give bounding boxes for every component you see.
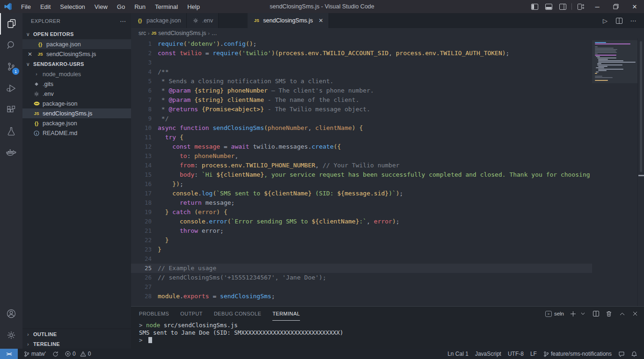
terminal[interactable]: > node src/sendClosingSms.jsSMS sent to … (131, 321, 644, 349)
menu-item-go[interactable]: Go (113, 2, 129, 12)
status-cursor-position[interactable]: Ln Cal 1 (444, 349, 472, 359)
status-sync[interactable] (49, 349, 62, 359)
toggle-secondary-sidebar-icon[interactable] (556, 0, 570, 13)
file-item-sendClosingSms-js[interactable]: ✕JSsendClosingSms.js (22, 49, 131, 59)
menu-item-edit[interactable]: Edit (36, 2, 55, 12)
line-number: 16 (131, 180, 152, 189)
line-number: 12 (131, 142, 152, 151)
minimap-line (595, 73, 597, 74)
terminal-icon: > (545, 311, 552, 317)
run-file-icon[interactable]: ▷ (599, 14, 611, 27)
run-debug-icon[interactable] (0, 78, 22, 99)
file-item-node-modules[interactable]: ›node_modules (22, 69, 131, 79)
branch-icon (24, 351, 29, 357)
section-header-sendsakro-usrs[interactable]: ∨SENDSAKRO-USRS (22, 59, 131, 69)
restore-button[interactable] (607, 0, 625, 13)
line-number: 28 (131, 292, 152, 301)
docker-icon[interactable] (0, 142, 22, 164)
panel-tab-output[interactable]: OUTPUT (180, 307, 203, 321)
minimize-button[interactable]: ─ (588, 0, 607, 13)
kill-terminal-icon[interactable] (605, 309, 613, 318)
chevron-down-icon: ∨ (24, 61, 32, 67)
section-label: SENDSAKRO-USRS (33, 61, 84, 67)
file-item-package-ison[interactable]: package-ison (22, 99, 131, 108)
menu-item-terminal[interactable]: Terminal (151, 2, 182, 12)
breadcrumb-item[interactable]: src (139, 30, 146, 36)
terminal-line: > node src/sendClosingSms.js (139, 322, 644, 329)
file-item--gits[interactable]: .gits (22, 79, 131, 89)
source-control-icon[interactable]: 1 (0, 56, 22, 78)
file-item--env[interactable]: .env (22, 89, 131, 99)
panel-tab-terminal[interactable]: TERMINAL (272, 307, 300, 321)
file-item-README-md[interactable]: README.md (22, 128, 131, 138)
status-feedback[interactable] (615, 349, 628, 359)
terminal-dropdown-icon[interactable] (578, 309, 587, 318)
code-text: } catch (error) { (152, 208, 227, 217)
search-icon[interactable] (0, 35, 22, 56)
minimap-line (595, 80, 608, 81)
breadcrumb-item[interactable]: sendClosingSms.js (158, 30, 206, 36)
file-item-sendClosingSms-js[interactable]: JSsendClosingSms.js (22, 108, 131, 118)
explorer-more-actions-icon[interactable]: ⋯ (120, 18, 126, 25)
explorer-bottom-sections: ›OUTLINE›TERELINE (22, 329, 131, 349)
section-header-open-editors[interactable]: ∨OPEN EDITORS (22, 29, 131, 39)
tab-package-json[interactable]: {}package.json (131, 13, 187, 28)
status-bar: >< matw'00 Ln Cal 1JavaScriptUTF-8LFfeat… (0, 349, 644, 359)
section-label: OUTLINE (33, 331, 57, 337)
status-language-mode[interactable]: JavaScript (472, 349, 505, 359)
section-header-outline[interactable]: ›OUTLINE (22, 329, 131, 339)
file-label: package-ison (43, 101, 77, 107)
files-icon[interactable] (0, 13, 22, 35)
toggle-sidebar-icon[interactable] (527, 0, 542, 13)
menu-item-selection[interactable]: Selection (56, 2, 89, 12)
remote-indicator[interactable]: >< (0, 349, 18, 359)
menu-item-view[interactable]: View (90, 2, 112, 12)
close-panel-icon[interactable] (631, 309, 639, 318)
editor-scrollbar[interactable] (637, 38, 644, 306)
minimap-line (596, 56, 600, 57)
panel-tab-problems[interactable]: PROBLEMS (139, 307, 169, 321)
code-text (152, 254, 158, 264)
minimap-line (595, 48, 614, 49)
status-problems[interactable]: 00 (62, 349, 94, 359)
code-editor[interactable]: 1require('dotenv').config();2const twili… (131, 38, 592, 306)
status-encoding[interactable]: UTF-8 (505, 349, 527, 359)
line-number: 24 (131, 254, 152, 264)
close-editor-icon[interactable]: ✕ (26, 51, 34, 57)
menu-item-help[interactable]: Help (183, 2, 204, 12)
menu-item-file[interactable]: File (17, 2, 35, 12)
toggle-panel-icon[interactable] (542, 0, 556, 13)
editor-more-actions-icon[interactable]: ⋯ (627, 14, 639, 27)
split-editor-icon[interactable] (613, 14, 625, 27)
code-line-21: 21 throw error; (131, 226, 592, 236)
tab-sendClosingSms-js[interactable]: JSsendClosingSms.js✕ (248, 13, 329, 28)
status-remote-branch[interactable]: feature/sms-notifications (540, 349, 615, 359)
breadcrumb-item[interactable]: … (212, 30, 217, 36)
minimap[interactable] (592, 38, 637, 306)
terminal-shell-picker[interactable]: > seln (545, 311, 564, 317)
tab--env[interactable]: .env (187, 13, 219, 28)
split-terminal-icon[interactable] (592, 309, 600, 318)
new-terminal-icon[interactable] (569, 309, 577, 318)
tab-label: .env (202, 17, 213, 24)
maximize-panel-icon[interactable] (618, 309, 626, 318)
line-number: 15 (131, 170, 152, 180)
panel-tab-debug-console[interactable]: DEBUG CONSOLE (214, 307, 261, 321)
line-number: 7 (131, 95, 152, 105)
menu-item-run[interactable]: Run (130, 2, 150, 12)
code-text: require('dotenv').config(); (152, 39, 256, 49)
status-branch[interactable]: matw' (21, 349, 49, 359)
file-item-package-json[interactable]: {}package.json (22, 118, 131, 128)
customize-layout-icon[interactable] (574, 0, 588, 13)
account-icon[interactable] (0, 303, 22, 324)
status-eol[interactable]: LF (527, 349, 540, 359)
scrollbar-thumb[interactable] (640, 41, 642, 172)
extensions-icon[interactable] (0, 99, 22, 121)
close-window-button[interactable]: ✕ (625, 0, 644, 13)
close-tab-icon[interactable]: ✕ (319, 17, 323, 24)
settings-icon[interactable] (0, 324, 22, 346)
status-notifications[interactable] (628, 349, 640, 359)
testing-icon[interactable] (0, 121, 22, 142)
file-item-package-json[interactable]: {}package.json (22, 39, 131, 49)
section-header-tereline[interactable]: ›TERELINE (22, 339, 131, 349)
